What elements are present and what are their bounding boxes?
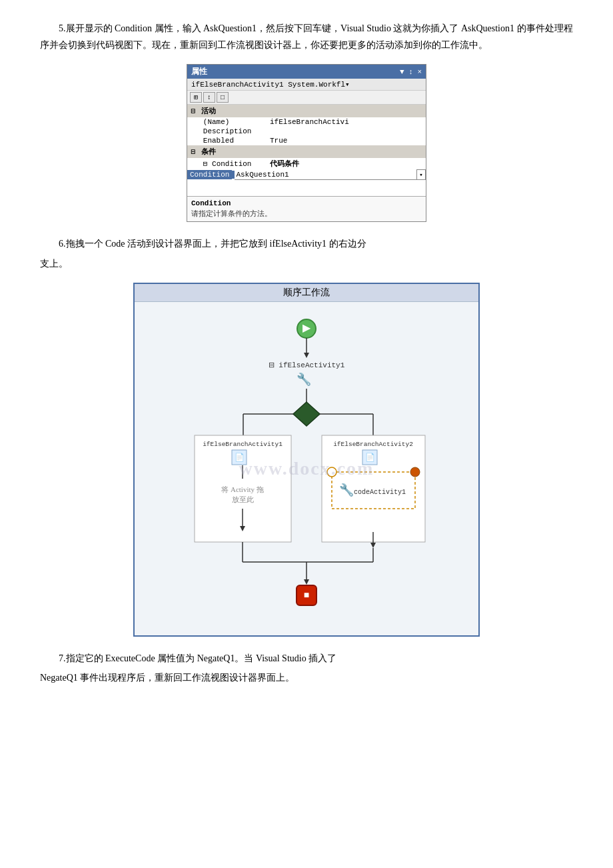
workflow-body: www.docx.com ▶ ⊟ ifElseActivity1 🔧 (135, 302, 478, 635)
svg-marker-31 (370, 543, 376, 548)
svg-text:codeActivity1: codeActivity1 (354, 489, 406, 496)
workflow-title: 顺序工作流 (135, 284, 478, 302)
step7-paragraph2: NegateQ1 事件出现程序后，重新回工作流视图设计器界面上。 (40, 669, 573, 686)
workflow-diagram: 顺序工作流 www.docx.com ▶ ⊟ ifElseActivity1 🔧 (133, 283, 480, 637)
condition-input[interactable] (235, 170, 416, 180)
svg-point-26 (327, 467, 336, 477)
svg-text:放至此: 放至此 (232, 495, 254, 503)
step6-paragraph: 6.拖拽一个 Code 活动到设计器界面上，并把它放到 ifElseActivi… (40, 235, 573, 252)
svg-text:🔧: 🔧 (339, 483, 354, 497)
props-titlebar-icons: ▼ ↕ × (400, 68, 422, 76)
props-titlebar: 属性 ▼ ↕ × (187, 65, 426, 79)
svg-text:🔧: 🔧 (297, 372, 312, 387)
svg-point-27 (410, 467, 420, 477)
svg-marker-3 (304, 353, 309, 358)
props-footer-desc: 请指定计算条件的方法。 (191, 209, 422, 219)
svg-marker-36 (304, 579, 309, 585)
props-table: ⊟ 活动 (Name) ifElseBranchActivi Descripti… (187, 105, 426, 196)
prop-name-row: (Name) ifElseBranchActivi (187, 117, 426, 127)
props-toolbar-btn3[interactable]: □ (217, 92, 229, 103)
svg-marker-7 (293, 402, 320, 426)
prop-description-row: Description (187, 127, 426, 136)
svg-text:📄: 📄 (235, 452, 245, 462)
props-object-row: ifElseBranchActivity1 System.Workfl▾ (187, 79, 426, 91)
props-title: 属性 (191, 66, 207, 77)
condition-dropdown[interactable]: ▾ (416, 169, 426, 180)
step6-paragraph2: 支上。 (40, 255, 573, 272)
props-object-label: ifElseBranchActivity1 System.Workfl▾ (191, 80, 350, 89)
prop-condition-type-row: ⊟ Condition 代码条件 (187, 158, 426, 169)
svg-text:将 Activity 拖: 将 Activity 拖 (221, 485, 264, 493)
props-toolbar: ⊞ ↕ □ (187, 91, 426, 105)
props-footer-title: Condition (191, 199, 422, 207)
svg-text:📄: 📄 (365, 452, 375, 462)
step5-paragraph: 5.展开显示的 Condition 属性，输入 AskQuestion1，然后按… (40, 20, 573, 53)
section-activities: ⊟ 活动 (187, 105, 426, 117)
props-spacer1 (187, 180, 426, 185)
props-footer: Condition 请指定计算条件的方法。 (187, 196, 426, 221)
props-spacer3 (187, 191, 426, 196)
properties-panel: 属性 ▼ ↕ × ifElseBranchActivity1 System.Wo… (187, 64, 426, 222)
prop-condition-input-row[interactable]: Condition ▾ (187, 169, 426, 180)
props-toolbar-btn1[interactable]: ⊞ (190, 92, 202, 103)
step7-paragraph: 7.指定它的 ExecuteCode 属性值为 NegateQ1。当 Visua… (40, 650, 573, 667)
svg-text:ifElseBranchActivity2: ifElseBranchActivity2 (333, 441, 413, 448)
svg-text:■: ■ (304, 590, 309, 600)
svg-text:⊟ ifElseActivity1: ⊟ ifElseActivity1 (269, 361, 345, 369)
condition-label-blue: Condition (187, 170, 232, 179)
svg-text:▶: ▶ (303, 322, 311, 333)
props-toolbar-btn2[interactable]: ↕ (203, 92, 215, 103)
svg-text:ifElseBranchActivity1: ifElseBranchActivity1 (203, 441, 283, 448)
workflow-svg: ▶ ⊟ ifElseActivity1 🔧 ifElseBranchActivi… (147, 309, 466, 629)
props-spacer2 (187, 185, 426, 191)
section-conditions: ⊟ 条件 (187, 145, 426, 158)
prop-enabled-row: Enabled True (187, 136, 426, 145)
